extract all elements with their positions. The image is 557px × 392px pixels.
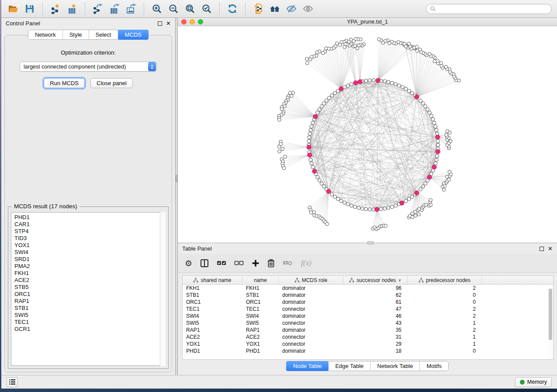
table-settings-button[interactable]: ⚙: [185, 258, 192, 269]
mcds-result-item[interactable]: TID3: [14, 235, 165, 242]
cell-shared_name[interactable]: TEC1: [183, 306, 242, 312]
create-column-button[interactable]: [252, 258, 259, 269]
cell-mcds_role[interactable]: connector: [279, 334, 343, 340]
apply-layout-button[interactable]: [226, 2, 239, 15]
mcds-result-item[interactable]: PHD1: [14, 214, 165, 221]
cell-shared_name[interactable]: ORC1: [183, 299, 242, 305]
cell-predecessor_nodes[interactable]: 1: [408, 320, 482, 326]
cell-name[interactable]: ACE2: [242, 334, 279, 340]
mcds-result-item[interactable]: TEC1: [14, 319, 165, 326]
first-neighbors-button[interactable]: [268, 2, 281, 15]
cell-mcds_role[interactable]: connector: [279, 341, 343, 347]
column-header-shared-name[interactable]: shared name: [183, 276, 242, 284]
cell-predecessor_nodes[interactable]: 0: [408, 299, 482, 305]
cell-predecessor_nodes[interactable]: 2: [408, 285, 482, 291]
cell-name[interactable]: TEC1: [242, 306, 279, 312]
cell-shared_name[interactable]: SWI5: [183, 320, 242, 326]
network-canvas[interactable]: [178, 26, 557, 243]
open-file-button[interactable]: [7, 2, 20, 15]
table-tab-motifs[interactable]: Motifs: [420, 361, 448, 371]
zoom-out-button[interactable]: [167, 2, 180, 15]
zoom-selected-button[interactable]: [200, 2, 213, 15]
cell-name[interactable]: SWI5: [242, 320, 279, 326]
cell-successor_nodes[interactable]: 43: [343, 320, 408, 326]
cell-successor_nodes[interactable]: 18: [343, 348, 408, 354]
search-input[interactable]: [436, 6, 548, 12]
column-header-successor-nodes[interactable]: successor nodes∨: [343, 276, 408, 284]
table-row[interactable]: YOX1YOX1connector291: [183, 340, 553, 347]
table-row[interactable]: ACE2ACE2connector311: [183, 334, 553, 340]
cell-name[interactable]: RAP1: [242, 327, 279, 333]
float-panel-icon[interactable]: [158, 21, 162, 26]
network-graph[interactable]: [178, 26, 556, 243]
column-header-MCDS-role[interactable]: MCDS role: [279, 276, 343, 284]
mcds-result-item[interactable]: FKH1: [14, 270, 165, 277]
table-scrollbar[interactable]: [548, 285, 553, 359]
cell-shared_name[interactable]: FKH1: [183, 285, 242, 291]
mcds-result-item[interactable]: STB5: [14, 284, 165, 291]
cell-mcds_role[interactable]: dominator: [279, 299, 343, 305]
close-table-panel-icon[interactable]: ✕: [548, 247, 553, 251]
mcds-result-item[interactable]: SWI4: [14, 249, 165, 256]
mcds-result-list[interactable]: PHD1CAR1STP4TID3YOX1SWI4SRD1PMA2FKH1ACE2…: [11, 212, 166, 366]
table-tab-network-table[interactable]: Network Table: [370, 361, 420, 371]
export-network-button[interactable]: [91, 2, 104, 15]
splitter-grip[interactable]: [176, 175, 177, 182]
import-network-button[interactable]: [49, 2, 62, 15]
tab-select[interactable]: Select: [89, 30, 118, 39]
cell-name[interactable]: FKH1: [242, 285, 279, 291]
table-row[interactable]: RAP1RAP1dominator352: [183, 327, 553, 334]
cell-name[interactable]: PHD1: [242, 348, 279, 354]
cell-shared_name[interactable]: SWI4: [183, 313, 242, 319]
float-table-panel-icon[interactable]: [540, 247, 544, 251]
cell-name[interactable]: YOX1: [242, 341, 279, 347]
cell-mcds_role[interactable]: dominator: [279, 348, 343, 354]
cell-successor_nodes[interactable]: 96: [343, 285, 408, 291]
run-mcds-button[interactable]: Run MCDS: [44, 78, 85, 88]
show-all-button[interactable]: [301, 2, 315, 15]
cell-predecessor_nodes[interactable]: 1: [408, 341, 482, 347]
clear-selection-button[interactable]: [234, 258, 244, 269]
criterion-dropdown[interactable]: largest connected component (undirected): [20, 62, 157, 72]
table-row[interactable]: PHD1PHD1dominator180: [183, 347, 553, 354]
delete-table-button[interactable]: [283, 258, 293, 269]
mcds-list-scrollbar[interactable]: [160, 212, 166, 366]
network-titlebar[interactable]: YPA_prune.txt_1: [178, 18, 557, 26]
memory-button[interactable]: Memory: [515, 377, 552, 387]
cell-predecessor_nodes[interactable]: 0: [408, 292, 482, 298]
zoom-fit-button[interactable]: [183, 2, 197, 15]
tab-network[interactable]: Network: [28, 30, 63, 39]
scrollbar-thumb[interactable]: [549, 289, 552, 340]
cell-name[interactable]: ORC1: [242, 299, 279, 305]
table-tab-node-table[interactable]: Node Table: [286, 361, 329, 371]
cell-shared_name[interactable]: YOX1: [183, 341, 242, 347]
export-table-button[interactable]: [108, 2, 121, 15]
table-row[interactable]: SWI5SWI5connector431: [183, 320, 553, 327]
new-network-from-file-button[interactable]: [252, 2, 265, 15]
cell-successor_nodes[interactable]: 46: [343, 313, 408, 319]
mcds-result-item[interactable]: STB1: [14, 305, 165, 312]
close-panel-icon[interactable]: ✕: [166, 21, 171, 26]
cell-predecessor_nodes[interactable]: 2: [408, 327, 482, 333]
cell-mcds_role[interactable]: connector: [279, 320, 343, 326]
table-row[interactable]: ORC1ORC1dominator610: [183, 299, 553, 306]
export-image-button[interactable]: [125, 2, 138, 15]
mcds-result-item[interactable]: SRD1: [14, 256, 165, 263]
horizontal-splitter-grip[interactable]: [367, 241, 374, 244]
table-row[interactable]: STB1STB1dominator620: [183, 292, 553, 299]
mcds-result-item[interactable]: RAP1: [14, 298, 165, 305]
cell-name[interactable]: STB1: [242, 292, 279, 298]
delete-columns-button[interactable]: [267, 258, 275, 269]
mcds-result-item[interactable]: SWI5: [14, 312, 165, 319]
function-builder-button[interactable]: f(x): [301, 258, 311, 269]
save-session-button[interactable]: [23, 2, 36, 15]
mcds-result-item[interactable]: GCR1: [14, 326, 165, 333]
cell-name[interactable]: SWI4: [242, 313, 279, 319]
cell-shared_name[interactable]: ACE2: [183, 334, 242, 340]
import-table-button[interactable]: [66, 2, 79, 15]
cell-successor_nodes[interactable]: 35: [343, 327, 408, 333]
cell-mcds_role[interactable]: dominator: [279, 285, 343, 291]
tab-mcds[interactable]: MCDS: [118, 30, 149, 40]
cell-successor_nodes[interactable]: 31: [343, 334, 408, 340]
zoom-in-button[interactable]: [150, 2, 163, 15]
